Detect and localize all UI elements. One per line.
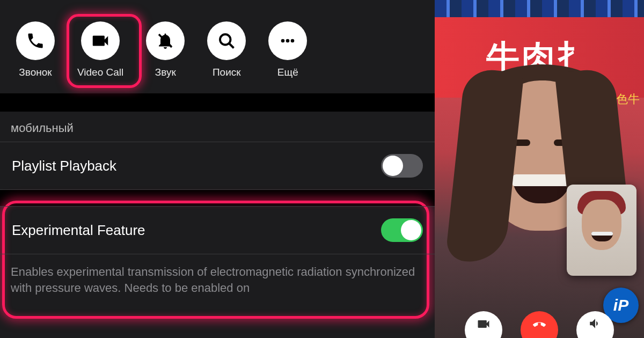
video-call-action[interactable]: Video Call: [77, 21, 123, 78]
experimental-feature-title: Experimental Feature: [12, 222, 145, 239]
more-label: Ещё: [277, 67, 298, 78]
bell-off-icon: [146, 21, 185, 60]
section-divider: [0, 190, 435, 206]
contact-settings-panel: Звонок Video Call Звук Поиск Ещё: [0, 0, 435, 338]
playlist-playback-toggle[interactable]: [381, 154, 423, 178]
search-action[interactable]: Поиск: [207, 21, 246, 78]
call-label: Звонок: [19, 67, 52, 78]
toggle-knob: [383, 156, 403, 176]
search-label: Поиск: [213, 67, 241, 78]
video-call-label: Video Call: [77, 67, 123, 78]
sound-label: Звук: [155, 67, 176, 78]
neon-lights: [435, 0, 644, 18]
phone-icon: [16, 21, 55, 60]
svg-point-3: [281, 39, 285, 43]
video-icon: [81, 21, 120, 60]
remote-participant-video: [451, 48, 628, 317]
experimental-feature-row[interactable]: Experimental Feature: [0, 206, 435, 254]
experimental-section: Experimental Feature Enables experimenta…: [0, 206, 435, 301]
self-preview-pip[interactable]: [567, 185, 636, 276]
section-divider: [0, 93, 435, 112]
more-action[interactable]: Ещё: [268, 21, 307, 78]
call-controls: [435, 311, 644, 338]
experimental-feature-toggle[interactable]: [381, 218, 423, 242]
sound-action[interactable]: Звук: [146, 21, 185, 78]
playlist-playback-row[interactable]: Playlist Playback: [0, 142, 435, 190]
playlist-playback-title: Playlist Playback: [12, 158, 116, 174]
section-header-mobile: мобильный: [0, 112, 435, 142]
video-call-view: 牛肉扌 色牛 iP: [435, 0, 644, 338]
more-icon: [268, 21, 307, 60]
end-call-button[interactable]: [521, 311, 558, 338]
toggle-knob: [401, 220, 421, 240]
search-icon: [207, 21, 246, 60]
camera-toggle-button[interactable]: [465, 311, 502, 338]
svg-point-5: [291, 39, 295, 43]
svg-point-1: [220, 34, 231, 45]
svg-line-2: [230, 43, 234, 48]
call-action[interactable]: Звонок: [16, 21, 55, 78]
experimental-feature-description: Enables experimental transmission of ele…: [0, 254, 435, 296]
speaker-button[interactable]: [576, 311, 614, 338]
svg-point-4: [286, 39, 290, 43]
contact-actions-row: Звонок Video Call Звук Поиск Ещё: [0, 0, 435, 93]
